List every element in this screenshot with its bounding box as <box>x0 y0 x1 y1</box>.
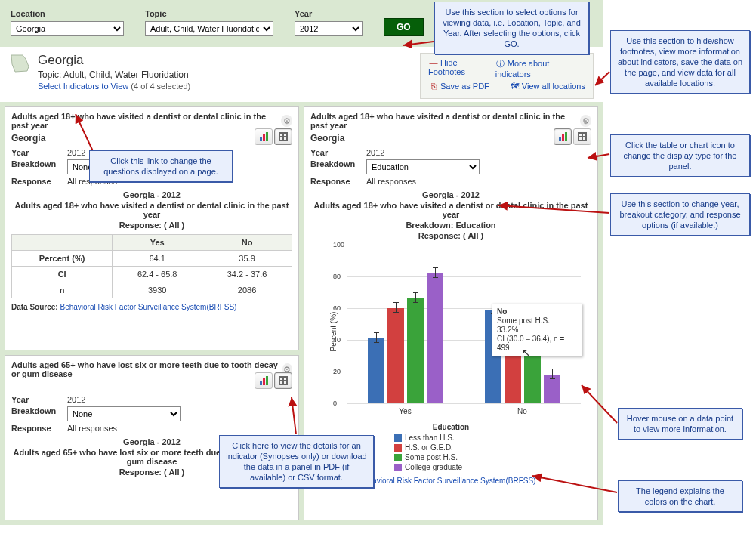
bar-No-College graduate[interactable] <box>544 375 560 403</box>
select-indicators-count: (4 of 4 selected) <box>131 82 190 91</box>
data-source-link[interactable]: Behavioral Risk Factor Surveillance Syst… <box>359 477 535 485</box>
cursor-icon: ↖ <box>522 347 531 359</box>
gear-icon[interactable]: ⚙ <box>580 115 591 127</box>
breakdown-select[interactable]: Education <box>366 159 480 174</box>
callout-gear: Click here to view the details for an in… <box>219 435 374 488</box>
gear-icon[interactable]: ⚙ <box>281 115 292 127</box>
more-about-link[interactable]: ⓘMore about indicators <box>495 58 585 79</box>
year-select[interactable]: 2012 <box>295 21 363 36</box>
page-topic: Topic: Adult, Child, Water Fluoridation <box>38 69 190 80</box>
callout-filter: Use this section to select options for v… <box>434 2 589 54</box>
state-shape-icon <box>9 53 32 74</box>
callout-breakdown: Use this section to change year, breakou… <box>610 193 750 236</box>
go-button[interactable]: GO <box>384 18 424 36</box>
page-title: Georgia <box>38 53 190 68</box>
bar-Yes-Less than H.S.[interactable] <box>368 338 384 403</box>
bar-chart: Percent (%) 020406080100 YesNo No Some p… <box>333 245 584 418</box>
location-select[interactable]: Georgia <box>11 21 124 36</box>
page-header: Georgia Topic: Adult, Child, Water Fluor… <box>0 47 603 102</box>
save-pdf-link[interactable]: ⎘Save as PDF <box>428 82 489 91</box>
topic-label: Topic <box>145 9 273 18</box>
panel-title: Adults aged 18+ who have visited a denti… <box>11 112 281 130</box>
chart-view-button[interactable] <box>554 128 572 145</box>
callout-tools: Use this section to hide/show footnotes,… <box>610 30 750 94</box>
chart-view-button[interactable] <box>255 372 273 389</box>
panel-location: Georgia <box>310 133 591 144</box>
table-view-button[interactable] <box>274 372 292 389</box>
breakdown-select[interactable]: None <box>67 406 181 421</box>
chart-view-button[interactable] <box>255 128 273 145</box>
bar-Yes-H.S. or G.E.D.[interactable] <box>387 308 404 403</box>
topic-field: Topic Adult, Child, Water Fluoridation <box>145 9 273 36</box>
hide-footnotes-link[interactable]: —Hide Footnotes <box>428 58 495 79</box>
view-all-locations-link[interactable]: 🗺View all locations <box>510 82 585 91</box>
pdf-icon: ⎘ <box>428 82 439 91</box>
table-view-button[interactable] <box>573 128 591 145</box>
year-label: Year <box>295 9 363 18</box>
map-icon: 🗺 <box>510 82 520 91</box>
tools-panel: —Hide Footnotes ⓘMore about indicators ⎘… <box>420 53 594 99</box>
bar-Yes-College graduate[interactable] <box>427 273 443 403</box>
chart-tooltip: No Some post H.S. 33.2% CI (30.0 – 36.4)… <box>492 304 582 356</box>
year-field: Year 2012 <box>295 9 363 36</box>
minus-icon: — <box>428 58 439 67</box>
panel-title: Adults aged 65+ who have lost six or mor… <box>11 360 282 378</box>
panel-indicator-table: Adults aged 18+ who have visited a denti… <box>5 106 299 350</box>
callout-hover: Hover mouse on a data point to view more… <box>618 408 742 440</box>
callout-view-toggle: Click the table or chart icon to change … <box>610 134 750 177</box>
panel-title: Adults aged 18+ who have visited a denti… <box>310 112 580 130</box>
chart-legend: Education Less than H.S. H.S. or G.E.D. … <box>394 423 508 472</box>
info-icon: ⓘ <box>495 58 506 69</box>
panel-location: Georgia <box>11 133 292 144</box>
callout-legend: The legend explains the colors on the ch… <box>618 480 742 512</box>
bar-Yes-Some post H.S.[interactable] <box>407 298 424 403</box>
data-table: YesNo Percent (%)64.135.9 CI62.4 - 65.83… <box>11 234 292 298</box>
location-field: Location Georgia <box>11 9 124 36</box>
location-label: Location <box>11 9 124 18</box>
data-source-link[interactable]: Behavioral Risk Factor Surveillance Syst… <box>60 303 236 311</box>
select-indicators-link[interactable]: Select Indicators to View <box>38 82 128 91</box>
callout-select-indicators: Click this link to change the questions … <box>89 150 233 182</box>
table-view-button[interactable] <box>274 128 292 145</box>
topic-select[interactable]: Adult, Child, Water Fluoridation <box>145 21 273 36</box>
